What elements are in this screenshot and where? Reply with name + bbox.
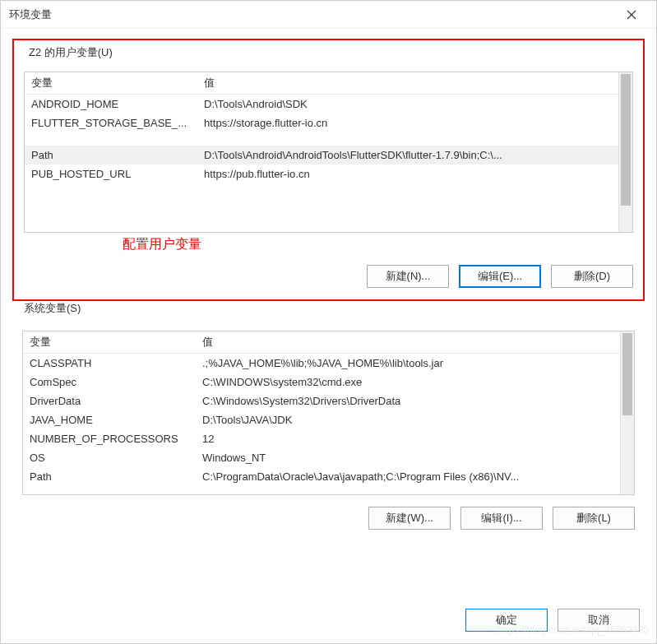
col-header-value[interactable]: 值 — [197, 72, 618, 94]
cell-value: C:\Windows\System32\Drivers\DriverData — [196, 391, 620, 410]
table-row[interactable]: ANDROID_HOMED:\Tools\Android\SDK — [25, 95, 618, 114]
cell-value: D:\Tools\Android\SDK — [197, 95, 618, 114]
table-row[interactable]: PathC:\ProgramData\Oracle\Java\javapath;… — [23, 467, 620, 486]
col-header-variable[interactable]: 变量 — [23, 331, 196, 353]
user-vars-annotation: 配置用户变量 — [123, 236, 633, 253]
cell-variable: NUMBER_OF_PROCESSORS — [23, 429, 196, 448]
table-row[interactable]: FLUTTER_STORAGE_BASE_...https://storage.… — [25, 114, 618, 132]
user-vars-group: Z2 的用户变量(U) 变量 值 ANDROID_HOMED:\Tools\An… — [12, 39, 645, 301]
system-delete-button[interactable]: 删除(L) — [553, 507, 635, 530]
user-vars-header: 变量 值 — [25, 72, 618, 95]
cell-variable: PUB_HOSTED_URL — [25, 164, 197, 183]
cell-variable: OS — [23, 448, 196, 467]
user-vars-table[interactable]: 变量 值 ANDROID_HOMED:\Tools\Android\SDKFLU… — [24, 72, 633, 233]
user-edit-button[interactable]: 编辑(E)... — [459, 265, 541, 288]
cell-variable: JAVA_HOME — [23, 410, 196, 429]
system-vars-scrollbar[interactable] — [620, 331, 634, 494]
table-row[interactable] — [25, 139, 618, 146]
system-vars-table[interactable]: 变量 值 CLASSPATH.;%JAVA_HOME%\lib;%JAVA_HO… — [22, 331, 635, 495]
table-row[interactable]: NUMBER_OF_PROCESSORS12 — [23, 429, 620, 448]
cell-value — [197, 139, 618, 146]
system-vars-group: 系统变量(S) 变量 值 CLASSPATH.;%JAVA_HOME%\lib;… — [12, 309, 645, 541]
cell-variable: Path — [25, 146, 197, 164]
dialog-content: Z2 的用户变量(U) 变量 值 ANDROID_HOMED:\Tools\An… — [1, 29, 656, 597]
cell-value: C:\ProgramData\Oracle\Java\javapath;C:\P… — [196, 467, 620, 486]
user-vars-rows: ANDROID_HOMED:\Tools\Android\SDKFLUTTER_… — [25, 95, 618, 183]
system-edit-button[interactable]: 编辑(I)... — [460, 507, 543, 530]
table-row[interactable]: CLASSPATH.;%JAVA_HOME%\lib;%JAVA_HOME%\l… — [23, 354, 620, 373]
user-vars-table-body: 变量 值 ANDROID_HOMED:\Tools\Android\SDKFLU… — [25, 72, 618, 232]
env-vars-dialog: 环境变量 Z2 的用户变量(U) 变量 值 ANDROID_HOMED:\Too… — [0, 0, 657, 644]
table-row[interactable]: ComSpecC:\WINDOWS\system32\cmd.exe — [23, 373, 620, 391]
table-row[interactable]: PathD:\Tools\Android\AndroidTools\Flutte… — [25, 146, 618, 164]
user-vars-buttons: 新建(N)... 编辑(E)... 删除(D) — [24, 265, 633, 288]
dialog-buttons: 确定 取消 — [1, 597, 656, 643]
cell-variable — [25, 139, 197, 146]
close-icon — [627, 10, 636, 20]
table-row[interactable] — [25, 132, 618, 139]
cell-variable: FLUTTER_STORAGE_BASE_... — [25, 114, 197, 132]
cell-value: Windows_NT — [196, 448, 620, 467]
user-vars-scrollbar[interactable] — [618, 72, 632, 232]
system-vars-buttons: 新建(W)... 编辑(I)... 删除(L) — [22, 507, 635, 530]
table-row[interactable]: JAVA_HOMED:\Tools\JAVA\JDK — [23, 410, 620, 429]
system-vars-table-body: 变量 值 CLASSPATH.;%JAVA_HOME%\lib;%JAVA_HO… — [23, 331, 620, 494]
system-vars-header: 变量 值 — [23, 331, 620, 354]
system-vars-rows: CLASSPATH.;%JAVA_HOME%\lib;%JAVA_HOME%\l… — [23, 354, 620, 486]
user-vars-label: Z2 的用户变量(U) — [25, 45, 116, 60]
cell-variable — [25, 132, 197, 139]
cell-variable: CLASSPATH — [23, 354, 196, 373]
cell-variable: DriverData — [23, 391, 196, 410]
col-header-variable[interactable]: 变量 — [25, 72, 197, 94]
user-delete-button[interactable]: 删除(D) — [551, 265, 633, 288]
cell-value: 12 — [196, 429, 620, 448]
table-row[interactable]: OSWindows_NT — [23, 448, 620, 467]
user-new-button[interactable]: 新建(N)... — [367, 265, 449, 288]
window-title: 环境变量 — [9, 7, 615, 22]
col-header-value[interactable]: 值 — [196, 331, 620, 353]
cell-value: D:\Tools\Android\AndroidTools\FlutterSDK… — [197, 146, 618, 164]
system-new-button[interactable]: 新建(W)... — [368, 507, 451, 530]
cell-value: .;%JAVA_HOME%\lib;%JAVA_HOME%\lib\tools.… — [196, 354, 620, 373]
scrollbar-thumb[interactable] — [621, 74, 631, 206]
scrollbar-thumb[interactable] — [622, 333, 632, 415]
cell-value: D:\Tools\JAVA\JDK — [196, 410, 620, 429]
cell-value — [197, 132, 618, 139]
cell-variable: Path — [23, 467, 196, 486]
table-row[interactable]: DriverDataC:\Windows\System32\Drivers\Dr… — [23, 391, 620, 410]
close-button[interactable] — [615, 2, 648, 27]
system-vars-label: 系统变量(S) — [21, 301, 84, 316]
titlebar: 环境变量 — [1, 1, 656, 29]
cell-variable: ComSpec — [23, 373, 196, 391]
cell-value: https://storage.flutter-io.cn — [197, 114, 618, 132]
cell-variable: ANDROID_HOME — [25, 95, 197, 114]
cell-value: https://pub.flutter-io.cn — [197, 164, 618, 183]
table-row[interactable]: PUB_HOSTED_URLhttps://pub.flutter-io.cn — [25, 164, 618, 183]
cell-value: C:\WINDOWS\system32\cmd.exe — [196, 373, 620, 391]
watermark: https://blog.csdn.net/qq_35953420 — [497, 624, 649, 636]
